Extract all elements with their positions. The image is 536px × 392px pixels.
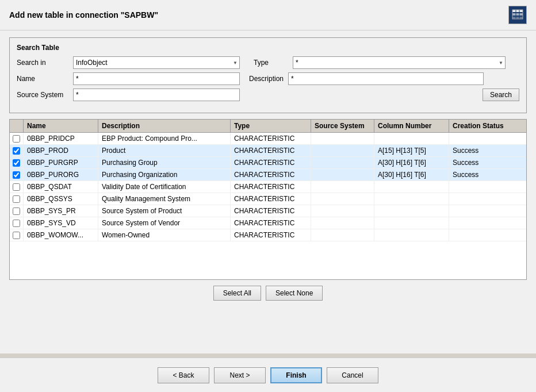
row-type: CHARACTERISTIC: [231, 157, 311, 168]
row-checkbox[interactable]: [13, 195, 20, 203]
row-type: CHARACTERISTIC: [231, 205, 311, 217]
select-all-button[interactable]: Select All: [213, 286, 261, 301]
row-type: CHARACTERISTIC: [231, 169, 311, 180]
row-name: 0BBP_WOMOW...: [24, 229, 98, 241]
row-name: 0BBP_SYS_PR: [24, 205, 98, 217]
row-description: EBP Product: Compound Pro...: [98, 133, 231, 144]
row-checkbox-cell[interactable]: [10, 181, 24, 193]
row-source-system: [311, 217, 374, 229]
row-column-number: [374, 193, 449, 205]
row-source-system: [311, 145, 374, 156]
row-source-system: [311, 133, 374, 144]
row-type: CHARACTERISTIC: [231, 145, 311, 156]
footer: < Back Next > Finish Cancel: [0, 358, 536, 392]
row-creation-status: Success: [449, 145, 518, 156]
row-checkbox-cell[interactable]: [10, 133, 24, 144]
row-source-system: [311, 229, 374, 241]
table-row[interactable]: 0BBP_PRIDCP EBP Product: Compound Pro...…: [10, 133, 526, 145]
search-panel: Search Table Search in InfoObject DSO Cu…: [9, 37, 527, 113]
description-input[interactable]: [288, 72, 484, 85]
row-checkbox[interactable]: [13, 159, 20, 167]
row-checkbox-cell[interactable]: [10, 169, 24, 180]
svg-rect-1: [512, 13, 523, 16]
search-in-select[interactable]: InfoObject DSO Cube Query: [73, 56, 240, 69]
table-row[interactable]: 0BBP_QSDAT Validity Date of Certificatio…: [10, 181, 526, 193]
row-creation-status: Success: [449, 157, 518, 168]
row-checkbox-cell[interactable]: [10, 145, 24, 156]
results-table-container: Name Description Type Source System Colu…: [9, 119, 527, 280]
row-column-number: [374, 181, 449, 193]
cancel-button[interactable]: Cancel: [327, 367, 378, 383]
row-checkbox[interactable]: [13, 220, 20, 227]
table-icon: [508, 6, 527, 24]
row-name: 0BBP_QSDAT: [24, 181, 98, 193]
row-creation-status: [449, 181, 518, 193]
next-button[interactable]: Next >: [214, 367, 266, 383]
row-checkbox-cell[interactable]: [10, 205, 24, 217]
type-select[interactable]: * CHARACTERISTIC KEY FIGURE: [293, 56, 506, 69]
selection-buttons-row: Select All Select None: [9, 286, 527, 301]
main-content: Search Table Search in InfoObject DSO Cu…: [0, 30, 536, 353]
row-creation-status: [449, 217, 518, 229]
type-wrapper: * CHARACTERISTIC KEY FIGURE: [293, 56, 506, 69]
row-type: CHARACTERISTIC: [231, 193, 311, 205]
col-name: Name: [24, 120, 98, 132]
row-checkbox-cell[interactable]: [10, 157, 24, 168]
table-row[interactable]: 0BBP_PURGRP Purchasing Group CHARACTERIS…: [10, 157, 526, 169]
row-column-number: A[30] H[16] T[6]: [374, 169, 449, 180]
row-checkbox[interactable]: [13, 183, 20, 191]
table-header: Name Description Type Source System Colu…: [10, 120, 526, 133]
title-bar: Add new table in connection "SAPBW": [0, 0, 536, 30]
col-checkbox: [10, 120, 24, 132]
row-description: Quality Management System: [98, 193, 231, 205]
back-button[interactable]: < Back: [158, 367, 209, 383]
row-checkbox[interactable]: [13, 147, 20, 155]
row-name: 0BBP_PURORG: [24, 169, 98, 180]
row-name: 0BBP_SYS_VD: [24, 217, 98, 229]
row-description: Source System of Vendor: [98, 217, 231, 229]
name-row: Name Description: [17, 72, 519, 85]
row-checkbox-cell[interactable]: [10, 229, 24, 241]
col-creation-status: Creation Status: [449, 120, 518, 132]
table-row[interactable]: 0BBP_SYS_VD Source System of Vendor CHAR…: [10, 217, 526, 229]
finish-button[interactable]: Finish: [270, 367, 322, 383]
select-none-button[interactable]: Select None: [266, 286, 323, 301]
row-checkbox-cell[interactable]: [10, 217, 24, 229]
search-in-row: Search in InfoObject DSO Cube Query Type…: [17, 56, 519, 69]
row-checkbox[interactable]: [13, 207, 20, 215]
row-description: Validity Date of Certification: [98, 181, 231, 193]
source-system-input[interactable]: [73, 89, 240, 101]
row-type: CHARACTERISTIC: [231, 133, 311, 144]
search-in-label: Search in: [17, 59, 68, 67]
type-label: Type: [254, 59, 288, 67]
row-column-number: A[15] H[13] T[5]: [374, 145, 449, 156]
row-source-system: [311, 205, 374, 217]
row-name: 0BBP_PROD: [24, 145, 98, 156]
row-type: CHARACTERISTIC: [231, 229, 311, 241]
table-row[interactable]: 0BBP_PROD Product CHARACTERISTIC A[15] H…: [10, 145, 526, 157]
table-row[interactable]: 0BBP_PURORG Purchasing Organization CHAR…: [10, 169, 526, 181]
row-creation-status: Success: [449, 169, 518, 180]
source-system-label: Source System: [17, 91, 68, 99]
source-system-row: Source System Search: [17, 89, 519, 101]
svg-rect-0: [512, 10, 523, 12]
table-row[interactable]: 0BBP_SYS_PR Source System of Product CHA…: [10, 205, 526, 217]
row-checkbox[interactable]: [13, 232, 20, 239]
row-checkbox[interactable]: [13, 135, 20, 143]
panel-title: Search Table: [17, 44, 519, 52]
description-label: Description: [249, 75, 284, 83]
row-creation-status: [449, 229, 518, 241]
table-row[interactable]: 0BBP_QSSYS Quality Management System CHA…: [10, 193, 526, 205]
dialog-title: Add new table in connection "SAPBW": [9, 10, 158, 20]
row-type: CHARACTERISTIC: [231, 217, 311, 229]
name-input[interactable]: [73, 72, 240, 85]
row-description: Purchasing Group: [98, 157, 231, 168]
search-button[interactable]: Search: [483, 89, 519, 101]
row-checkbox-cell[interactable]: [10, 193, 24, 205]
row-creation-status: [449, 133, 518, 144]
row-description: Source System of Product: [98, 205, 231, 217]
row-checkbox[interactable]: [13, 171, 20, 179]
table-row[interactable]: 0BBP_WOMOW... Women-Owned CHARACTERISTIC: [10, 229, 526, 241]
row-creation-status: [449, 205, 518, 217]
col-source-system: Source System: [311, 120, 374, 132]
